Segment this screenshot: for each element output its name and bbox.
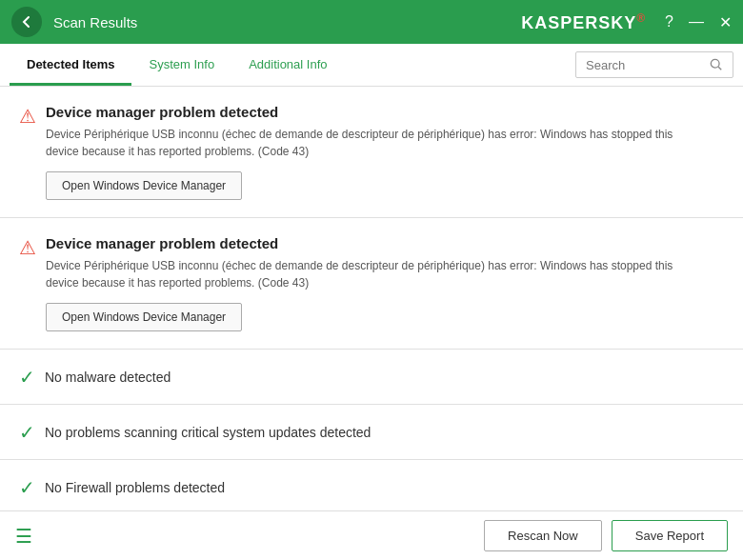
window-title: Scan Results: [53, 14, 521, 30]
logo-superscript: ®: [636, 11, 646, 25]
close-button[interactable]: ✕: [719, 13, 732, 31]
success-icon-3: ✓: [19, 476, 35, 499]
search-input[interactable]: [586, 58, 710, 72]
result-item-4: ✓ No problems scanning critical system u…: [0, 405, 743, 460]
result-description-1: Device Périphérique USB inconnu (échec d…: [46, 126, 693, 160]
main-content: ⚠ Device manager problem detected Device…: [0, 87, 743, 510]
rescan-button[interactable]: Rescan Now: [484, 520, 602, 551]
result-item-1: ⚠ Device manager problem detected Device…: [0, 87, 743, 218]
success-label-2: No problems scanning critical system upd…: [45, 425, 371, 440]
app-logo: KASPERSKY®: [521, 11, 646, 33]
search-box[interactable]: [575, 51, 733, 78]
menu-icon[interactable]: ☰: [15, 525, 484, 548]
result-item-1-content: Device manager problem detected Device P…: [46, 104, 693, 200]
result-description-2: Device Périphérique USB inconnu (échec d…: [46, 257, 693, 291]
tab-bar: Detected Items System Info Additional In…: [0, 44, 743, 87]
open-device-manager-button-1[interactable]: Open Windows Device Manager: [46, 171, 242, 200]
footer: ☰ Rescan Now Save Report: [0, 510, 743, 560]
success-label-3: No Firewall problems detected: [45, 480, 225, 495]
result-item-3: ✓ No malware detected: [0, 350, 743, 405]
search-icon: [710, 58, 723, 71]
success-row-3: ✓ No Firewall problems detected: [19, 475, 724, 499]
tab-spacer: [345, 44, 575, 86]
result-title-2: Device manager problem detected: [46, 235, 693, 251]
svg-line-1: [718, 67, 721, 70]
result-title-1: Device manager problem detected: [46, 104, 693, 120]
success-icon-2: ✓: [19, 421, 35, 444]
error-icon-1: ⚠: [19, 105, 36, 128]
open-device-manager-button-2[interactable]: Open Windows Device Manager: [46, 303, 242, 331]
success-row-1: ✓ No malware detected: [19, 365, 724, 389]
window-controls: ? — ✕: [665, 13, 732, 31]
save-report-button[interactable]: Save Report: [612, 520, 728, 551]
result-item-1-header: ⚠ Device manager problem detected Device…: [19, 104, 724, 200]
tab-detected-items[interactable]: Detected Items: [10, 44, 131, 86]
result-item-2: ⚠ Device manager problem detected Device…: [0, 218, 743, 350]
tab-additional-info[interactable]: Additional Info: [231, 44, 344, 86]
success-label-1: No malware detected: [45, 370, 171, 385]
footer-buttons: Rescan Now Save Report: [484, 520, 728, 551]
title-bar: Scan Results KASPERSKY® ? — ✕: [0, 0, 743, 44]
result-item-5: ✓ No Firewall problems detected: [0, 460, 743, 510]
minimize-button[interactable]: —: [689, 13, 704, 31]
result-item-2-content: Device manager problem detected Device P…: [46, 235, 693, 331]
success-icon-1: ✓: [19, 366, 35, 389]
help-button[interactable]: ?: [665, 13, 673, 31]
svg-point-0: [711, 59, 719, 68]
tab-system-info[interactable]: System Info: [131, 44, 231, 86]
success-row-2: ✓ No problems scanning critical system u…: [19, 420, 724, 444]
error-icon-2: ⚠: [19, 236, 36, 259]
result-item-2-header: ⚠ Device manager problem detected Device…: [19, 235, 724, 331]
back-button[interactable]: [11, 7, 42, 37]
